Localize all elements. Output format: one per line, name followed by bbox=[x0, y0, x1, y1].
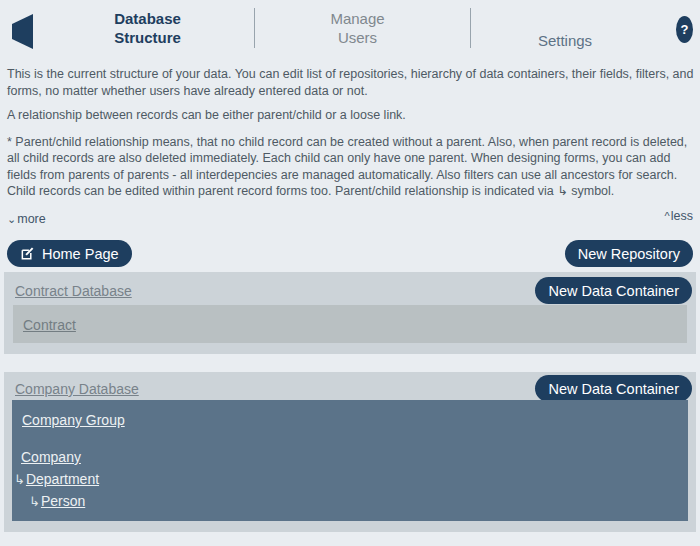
container-link-contract[interactable]: Contract bbox=[23, 317, 76, 333]
more-link-label: more bbox=[17, 212, 45, 226]
top-navigation: Database Structure Manage Users Settings… bbox=[0, 0, 700, 60]
container-link-company-group[interactable]: Company Group bbox=[22, 412, 125, 428]
chevron-up-icon: ^ bbox=[665, 210, 670, 222]
intro-text: This is the current structure of your da… bbox=[7, 66, 697, 200]
home-page-button-label: Home Page bbox=[42, 246, 119, 262]
less-link-label: less bbox=[671, 209, 693, 223]
repository-panel-contract-database: Contract Database New Data Container Con… bbox=[4, 272, 696, 354]
edit-icon bbox=[20, 246, 35, 261]
container-row: ↳Department bbox=[14, 470, 99, 488]
new-data-container-button[interactable]: New Data Container bbox=[535, 277, 692, 304]
container-list-contract: Contract bbox=[13, 305, 687, 343]
intro-paragraph-3: * Parent/child relationship means, that … bbox=[7, 134, 697, 200]
new-data-container-button[interactable]: New Data Container bbox=[535, 375, 692, 402]
container-row: ↳Person bbox=[29, 492, 85, 510]
intro-paragraph-1: This is the current structure of your da… bbox=[7, 66, 697, 99]
container-link-department[interactable]: Department bbox=[26, 471, 99, 487]
less-link[interactable]: ^less bbox=[665, 209, 693, 223]
new-data-container-button-label: New Data Container bbox=[548, 283, 679, 299]
intro-paragraph-2: A relationship between records can be ei… bbox=[7, 107, 697, 124]
new-data-container-button-label: New Data Container bbox=[548, 381, 679, 397]
help-button[interactable]: ? bbox=[676, 16, 693, 43]
container-link-person[interactable]: Person bbox=[41, 493, 85, 509]
container-list-company: Company Group Company ↳Department ↳Perso… bbox=[12, 400, 688, 521]
container-link-company[interactable]: Company bbox=[21, 449, 81, 465]
tab-separator bbox=[470, 8, 471, 48]
repository-panel-company-database: Company Database New Data Container Comp… bbox=[4, 372, 696, 532]
tab-separator bbox=[254, 8, 255, 48]
chevron-down-icon: ⌄ bbox=[7, 213, 16, 225]
repository-link-company-database[interactable]: Company Database bbox=[15, 381, 139, 397]
new-repository-button-label: New Repository bbox=[578, 246, 680, 262]
tab-manage-users[interactable]: Manage Users bbox=[315, 9, 400, 47]
back-button[interactable] bbox=[11, 21, 33, 42]
new-repository-button[interactable]: New Repository bbox=[565, 240, 693, 267]
more-link[interactable]: ⌄more bbox=[7, 212, 46, 226]
child-arrow-icon: ↳ bbox=[29, 494, 40, 509]
question-mark-icon: ? bbox=[681, 22, 689, 37]
container-row: Company Group bbox=[22, 411, 125, 429]
child-arrow-icon: ↳ bbox=[14, 472, 25, 487]
more-less-row: ⌄more ^less bbox=[7, 209, 693, 227]
tab-database-structure[interactable]: Database Structure bbox=[85, 9, 210, 47]
back-arrow-icon bbox=[12, 14, 33, 49]
tab-settings[interactable]: Settings bbox=[505, 31, 625, 50]
repository-link-contract-database[interactable]: Contract Database bbox=[15, 283, 132, 299]
home-page-button[interactable]: Home Page bbox=[7, 240, 132, 267]
container-row: Company bbox=[21, 448, 81, 466]
